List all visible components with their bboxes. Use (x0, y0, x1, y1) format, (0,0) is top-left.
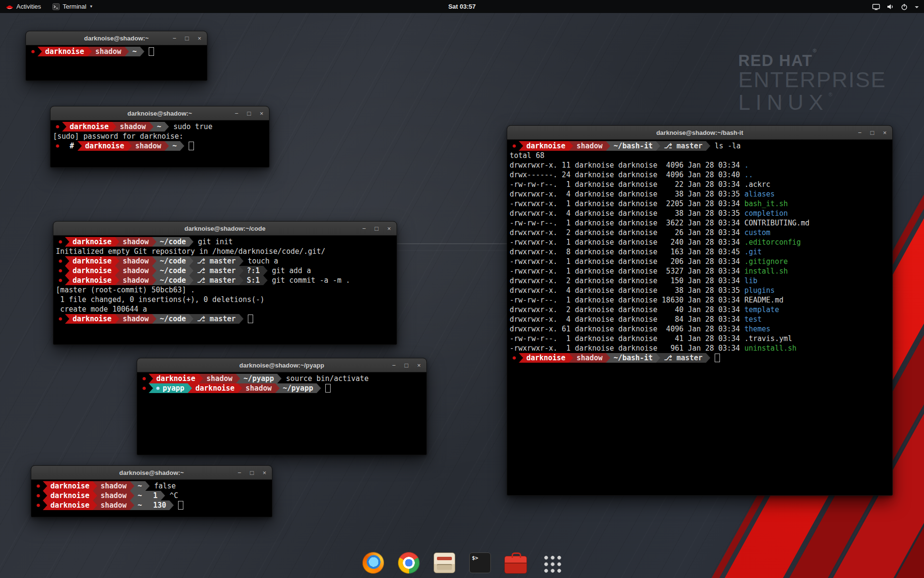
window-title: darknoise@shadow:~/bash-it (656, 129, 744, 136)
terminal-content[interactable]: ●darknoiseshadow~/bash-it⎇ master ls -la… (507, 140, 892, 496)
prompt-host-segment: shadow (97, 491, 130, 500)
maximize-button[interactable]: □ (869, 130, 875, 136)
window-titlebar[interactable]: darknoise@shadow:~ − □ × (26, 31, 207, 45)
dock-files[interactable] (431, 550, 457, 576)
terminal-line: ●#darknoiseshadow~ (53, 141, 267, 151)
terminal-text: lib (744, 276, 757, 286)
screen-icon (872, 3, 880, 11)
redhat-icon (6, 3, 13, 11)
powerline-arrow-icon (317, 383, 321, 393)
prompt-user-segment: darknoise (523, 141, 569, 151)
terminal-content[interactable]: ●darknoiseshadow~ sudo true[sudo] passwo… (51, 120, 269, 168)
maximize-button[interactable]: □ (184, 35, 190, 41)
terminal-cursor (715, 354, 720, 362)
prompt-hat-segment: ● (140, 374, 149, 383)
dock-toolbox[interactable] (502, 550, 528, 576)
prompt-path-segment: ~ (134, 500, 145, 510)
close-button[interactable]: × (196, 35, 203, 41)
terminal-text: create mode 100644 a (56, 304, 147, 314)
terminal-line: drwxrwxr-x. 61 darknoise darknoise 4096 … (510, 324, 890, 334)
terminal-content[interactable]: ●darknoiseshadow~/pyapp source bin/activ… (137, 372, 426, 455)
terminal-text: git commit -a -m . (268, 276, 350, 285)
system-tray[interactable] (867, 0, 924, 13)
powerline-arrow-icon (263, 266, 268, 276)
prompt-user-segment: darknoise (66, 122, 112, 131)
activities-button[interactable]: Activities (0, 0, 47, 13)
dock-chrome[interactable] (396, 550, 422, 576)
prompt-path-segment: ~ (169, 141, 180, 151)
maximize-button[interactable]: □ (249, 470, 255, 476)
terminal-content[interactable]: ●darknoiseshadow~ false●darknoiseshadow~… (31, 480, 272, 517)
prompt-path-segment: ~ (154, 122, 165, 131)
prompt-path-segment: ~/code (156, 266, 189, 276)
dock-app-grid[interactable] (538, 550, 564, 576)
files-icon (434, 552, 455, 573)
powerline-arrow-icon (65, 276, 69, 285)
terminal-line: drwx------. 24 darknoise darknoise 4096 … (510, 170, 890, 180)
window-titlebar[interactable]: darknoise@shadow:~/pyapp − □ × (137, 358, 426, 372)
maximize-button[interactable]: □ (246, 110, 252, 117)
terminal-text: .git (744, 247, 762, 257)
minimize-button[interactable]: − (391, 362, 397, 368)
minimize-button[interactable]: − (857, 130, 863, 136)
terminal-line: drwxrwxr-x. 4 darknoise darknoise 38 Jan… (510, 189, 890, 199)
window-titlebar[interactable]: darknoise@shadow:~/code − □ × (53, 222, 397, 236)
terminal-text: custom (744, 228, 770, 237)
prompt-path-segment: ~/pyapp (280, 383, 317, 393)
minimize-button[interactable]: − (236, 470, 243, 476)
powerline-arrow-icon (152, 256, 156, 266)
powerline-arrow-icon (112, 122, 116, 131)
terminal-text: [sudo] password for darknoise: (53, 131, 183, 141)
prompt-venv-segment: pyapp (153, 383, 188, 393)
minimize-button[interactable]: − (361, 225, 367, 232)
terminal-text: -rwxrwxr-x. 1 darknoise darknoise 2205 J… (510, 199, 744, 209)
brand-red-hat: RED HAT® (738, 48, 886, 69)
clock[interactable]: Sat 03:57 (448, 3, 475, 10)
powerline-arrow-icon (519, 353, 523, 363)
terminal-cursor (189, 142, 194, 150)
prompt-user-segment: darknoise (69, 237, 115, 247)
terminal-line: -rw-rw-r--. 1 darknoise darknoise 3622 J… (510, 218, 890, 228)
close-button[interactable]: × (261, 470, 268, 476)
terminal-line: ●darknoiseshadow~ (28, 47, 205, 56)
close-button[interactable]: × (258, 110, 265, 117)
powerline-arrow-icon (263, 276, 268, 285)
activities-label: Activities (16, 3, 41, 10)
minimize-button[interactable]: − (171, 35, 178, 41)
minimize-button[interactable]: − (233, 110, 240, 117)
prompt-host-segment: shadow (573, 353, 606, 363)
dock-firefox[interactable] (360, 550, 386, 576)
terminal-text: -rw-rw-r--. 1 darknoise darknoise 3622 J… (510, 218, 744, 228)
terminal-line: ●darknoiseshadow~/code⎇ master?:1 git ad… (56, 266, 394, 276)
prompt-user-segment: darknoise (42, 47, 88, 56)
powerline-arrow-icon (152, 266, 156, 276)
window-titlebar[interactable]: darknoise@shadow:~/bash-it − □ × (507, 126, 892, 140)
terminal-text: completion (744, 209, 788, 218)
close-button[interactable]: × (416, 362, 422, 368)
powerline-arrow-icon (152, 276, 156, 285)
close-button[interactable]: × (386, 225, 392, 232)
maximize-button[interactable]: □ (403, 362, 410, 368)
prompt-path-segment: ~ (134, 481, 145, 491)
terminal-text: -rwxrwxr-x. 1 darknoise darknoise 206 Ja… (510, 257, 744, 266)
window-title: darknoise@shadow:~/code (184, 225, 265, 232)
powerline-arrow-icon (145, 481, 150, 491)
prompt-hat-segment: ● (28, 47, 38, 56)
terminal-text: -rwxrwxr-x. 1 darknoise darknoise 5327 J… (510, 266, 744, 276)
prompt-hat-segment: ● (56, 266, 65, 276)
terminal-line: ●darknoiseshadow~ sudo true (53, 122, 267, 131)
terminal-content[interactable]: ●darknoiseshadow~ (26, 45, 207, 81)
window-titlebar[interactable]: darknoise@shadow:~ − □ × (51, 106, 269, 120)
terminal-text: .ackrc (744, 180, 770, 189)
prompt-path-segment: ~/pyapp (240, 374, 277, 383)
close-button[interactable]: × (882, 130, 888, 136)
terminal-content[interactable]: ●darknoiseshadow~/code git initInitializ… (53, 236, 397, 345)
window-title: darknoise@shadow:~ (84, 35, 149, 42)
dock-terminal[interactable] (467, 550, 493, 576)
terminal-text: source bin/activate (282, 374, 369, 383)
prompt-gitst-segment: ?:1 (244, 266, 263, 276)
window-titlebar[interactable]: darknoise@shadow:~ − □ × (31, 466, 272, 480)
terminal-text: touch a (244, 256, 278, 266)
app-menu-terminal[interactable]: Terminal ▼ (47, 0, 99, 13)
maximize-button[interactable]: □ (373, 225, 380, 232)
